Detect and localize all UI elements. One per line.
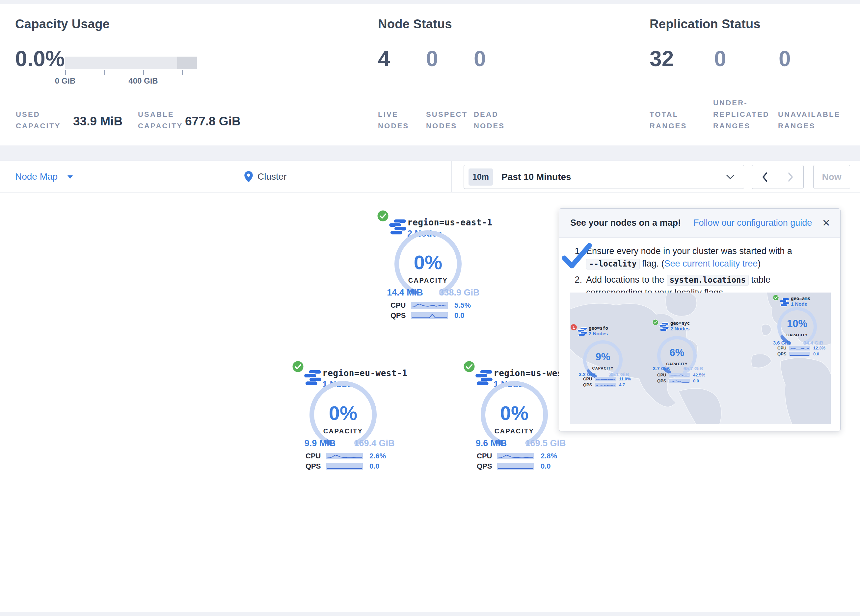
chevron-down-icon: [726, 174, 734, 180]
unavailable-count: 0: [779, 46, 791, 71]
capacity-gauge-percent: 0%: [479, 402, 550, 425]
capacity-gauge-percent: 6%: [656, 347, 698, 359]
cpu-metric-row: CPU 5.5%: [391, 301, 471, 310]
qps-metric-row: QPS 0.0: [477, 462, 551, 470]
healthy-check-icon: [773, 295, 779, 301]
time-next-button[interactable]: [778, 165, 804, 188]
time-range-dropdown[interactable]: 10m Past 10 Minutes: [464, 165, 744, 189]
capacity-gauge-percent: 0%: [392, 251, 464, 274]
region-group-eu-west-1[interactable]: region=eu-west-1 1 Node 0% CAPACITY 9.9 …: [290, 360, 401, 473]
used-capacity-value: 9.6 MiB: [468, 438, 514, 448]
cpu-label: CPU: [306, 452, 325, 460]
capacity-gauge-percent: 0%: [307, 402, 379, 425]
qps-label: QPS: [657, 378, 669, 383]
region-group-us-west-1[interactable]: region=us-west-1 1 Node 0% CAPACITY 9.6 …: [461, 360, 572, 473]
used-capacity-label: USEDCAPACITY: [16, 108, 61, 132]
axis-tick: [104, 70, 105, 75]
locality-flag-code: --locality: [586, 259, 640, 270]
capacity-gauge-caption: CAPACITY: [776, 333, 819, 337]
breadcrumb-cluster[interactable]: Cluster: [244, 161, 287, 192]
popup-header: See your nodes on a map! Follow our conf…: [559, 208, 840, 238]
database-stack-icon: [578, 328, 587, 336]
capacity-percent: 0.0%: [15, 46, 64, 71]
locality-node-count: 2 Nodes: [670, 326, 690, 331]
used-capacity-value: 3.7 GiB: [646, 365, 677, 371]
axis-tick-label: 400 GiB: [117, 76, 169, 86]
healthy-check-icon: [292, 361, 304, 373]
qps-value: 0.0: [813, 351, 819, 356]
region-group-us-east-1[interactable]: region=us-east-1 2 Nodes 0% CAPACITY 14.…: [375, 209, 486, 323]
view-selector-node-map[interactable]: Node Map: [15, 161, 74, 192]
qps-label: QPS: [306, 462, 325, 470]
capacity-gauge-caption: CAPACITY: [392, 277, 464, 284]
suspect-nodes-label: SUSPECTNODES: [426, 108, 468, 132]
location-pin-icon: [244, 171, 253, 182]
qps-metric-row: QPS 0.0: [657, 378, 699, 383]
total-capacity-value: 169.4 GiB: [351, 438, 397, 448]
capacity-bar-reserved-segment: [177, 56, 197, 69]
time-prev-button[interactable]: [752, 165, 778, 188]
cpu-sparkline: [669, 373, 690, 378]
qps-metric-row: QPS 0.0: [391, 311, 465, 320]
cpu-sparkline: [497, 453, 534, 459]
used-capacity-value: 33.9 MiB: [73, 114, 122, 129]
time-now-button[interactable]: Now: [813, 165, 850, 189]
map-node-geo-sfo[interactable]: 1 geo=sfo 2 Nodes 9% CAPACI: [570, 326, 636, 336]
breadcrumb-label: Cluster: [257, 171, 287, 182]
qps-label: QPS: [583, 382, 595, 387]
view-selector-label: Node Map: [15, 171, 58, 182]
qps-metric-row: QPS 4.7: [583, 382, 625, 387]
region-label: region=us-east-1: [407, 218, 492, 227]
qps-value: 0.0: [369, 462, 380, 470]
qps-sparkline: [669, 379, 690, 383]
close-icon[interactable]: ✕: [822, 218, 830, 228]
locality-label: geo=nyc: [670, 320, 690, 326]
qps-value: 4.7: [619, 382, 625, 387]
cpu-value: 2.8%: [541, 452, 557, 460]
section-divider: [0, 146, 860, 161]
popup-title: See your nodes on a map!: [570, 218, 681, 228]
qps-label: QPS: [391, 311, 410, 320]
cpu-metric-row: CPU 12.3%: [777, 345, 825, 350]
cpu-value: 12.3%: [813, 345, 825, 350]
region-label: region=eu-west-1: [322, 368, 407, 378]
popup-instructions: 1. Ensure every node in your cluster was…: [559, 238, 840, 299]
axis-tick: [65, 70, 66, 75]
map-node-geo-nyc[interactable]: geo=nyc 2 Nodes 6% CAPACITY 3.7 GiB 65.7…: [644, 320, 710, 331]
cpu-metric-row: CPU 11.0%: [583, 376, 631, 381]
healthy-check-icon: [652, 319, 659, 326]
cpu-value: 42.5%: [693, 373, 705, 378]
total-capacity-value: 34.4 GiB: [798, 340, 829, 345]
used-capacity-value: 9.9 MiB: [297, 438, 343, 448]
cpu-sparkline: [326, 453, 363, 459]
view-toolbar: Node Map Cluster 10m Past 10 Minutes Now: [0, 161, 860, 193]
usable-capacity-value: 677.8 GiB: [185, 114, 241, 129]
dead-nodes-label: DEADNODES: [474, 108, 505, 132]
locality-tree-link[interactable]: See current locality tree: [664, 259, 758, 268]
axis-tick: [182, 70, 183, 75]
qps-label: QPS: [777, 351, 789, 356]
total-capacity-value: 338.9 GiB: [436, 288, 482, 298]
toolbar-divider: [451, 161, 452, 192]
qps-metric-row: QPS 0.0: [777, 351, 819, 356]
cluster-summary-section: Capacity Usage 0.0% 0 GiB 400 GiB USEDCA…: [0, 4, 860, 146]
chevron-left-icon: [762, 172, 768, 182]
qps-sparkline: [789, 352, 810, 356]
configuration-guide-link[interactable]: Follow our configuration guide: [694, 218, 812, 228]
example-world-map: 1 geo=sfo 2 Nodes 9% CAPACI: [570, 293, 831, 424]
system-locations-code: system.locations: [667, 275, 749, 285]
axis-tick-label: 0 GiB: [39, 76, 91, 86]
node-status-title: Node Status: [378, 17, 452, 31]
qps-metric-row: QPS 0.0: [306, 462, 380, 470]
qps-sparkline: [497, 463, 534, 470]
map-node-geo-ams[interactable]: geo=ams 1 Node 10% CAPACITY 3.6 GiB 34.4…: [764, 296, 830, 307]
unavailable-ranges-label: UNAVAILABLERANGES: [778, 108, 841, 132]
axis-tick: [143, 70, 144, 75]
capacity-gauge-caption: CAPACITY: [479, 428, 550, 435]
qps-value: 0.0: [541, 462, 551, 470]
map-node-header: geo=nyc 2 Nodes: [652, 320, 710, 331]
capacity-gauge-percent: 9%: [581, 351, 624, 363]
total-capacity-value: 65.7 GiB: [678, 365, 709, 371]
chevron-down-icon: [67, 174, 74, 179]
cpu-label: CPU: [583, 376, 595, 381]
